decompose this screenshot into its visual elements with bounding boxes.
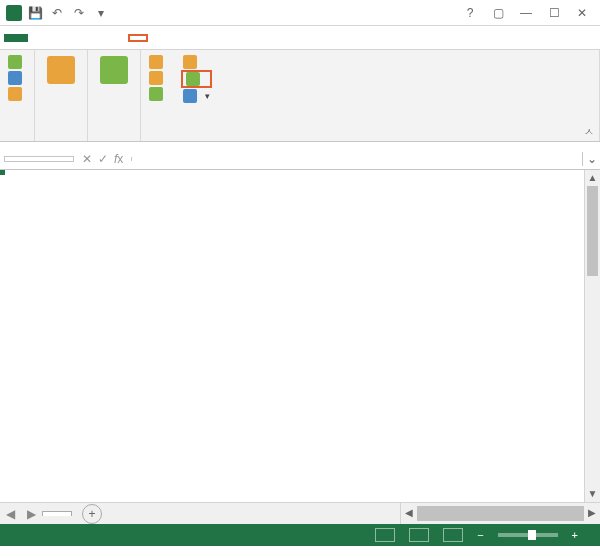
tab-data[interactable] — [108, 34, 128, 42]
scroll-up-icon[interactable]: ▲ — [585, 170, 600, 186]
protect-sheet-button[interactable] — [147, 54, 169, 70]
allow-users-edit-button[interactable] — [181, 70, 212, 88]
formula-expand-icon[interactable]: ⌄ — [582, 152, 600, 166]
page-break-view-button[interactable] — [443, 528, 463, 542]
close-button[interactable]: ✕ — [572, 6, 592, 20]
zoom-in-button[interactable]: + — [572, 529, 578, 541]
spell-check-button[interactable] — [6, 54, 28, 70]
tab-formula[interactable] — [88, 34, 108, 42]
zoom-out-button[interactable]: − — [477, 529, 483, 541]
tab-addin[interactable] — [168, 34, 188, 42]
minimize-button[interactable]: — — [516, 6, 536, 20]
tab-insert[interactable] — [48, 34, 68, 42]
save-button[interactable]: 💾 — [26, 4, 44, 22]
title-bar: 💾 ↶ ↷ ▾ ? ▢ — ☐ ✕ — [0, 0, 600, 26]
group-label-proofing — [6, 137, 28, 139]
formula-input[interactable] — [131, 157, 582, 161]
quick-access-toolbar: 💾 ↶ ↷ ▾ — [0, 4, 116, 22]
group-label-language — [41, 137, 81, 139]
new-comment-button[interactable] — [94, 54, 134, 88]
page-layout-view-button[interactable] — [409, 528, 429, 542]
group-changes: ▾ — [141, 50, 600, 141]
zoom-slider[interactable] — [498, 533, 558, 537]
protect-share-button[interactable] — [181, 54, 212, 70]
formula-bar: ✕ ✓ fx ⌄ — [0, 148, 600, 170]
share-workbook-button[interactable] — [147, 86, 169, 102]
maximize-button[interactable]: ☐ — [544, 6, 564, 20]
help-button[interactable]: ? — [460, 6, 480, 20]
ribbon-options-button[interactable]: ▢ — [488, 6, 508, 20]
add-sheet-button[interactable]: + — [82, 504, 102, 524]
sheet-nav-next-icon[interactable]: ▶ — [21, 507, 42, 521]
vertical-scrollbar[interactable]: ▲ ▼ — [584, 170, 600, 502]
scroll-right-icon[interactable]: ▶ — [584, 503, 600, 524]
scroll-thumb[interactable] — [587, 186, 598, 276]
name-box[interactable] — [4, 156, 74, 162]
sheet-tab[interactable] — [42, 511, 72, 516]
worksheet-grid[interactable]: ▲ ▼ — [0, 170, 600, 502]
tab-review[interactable] — [128, 34, 148, 42]
track-changes-button[interactable]: ▾ — [181, 88, 212, 104]
redo-button[interactable]: ↷ — [70, 4, 88, 22]
translate-button[interactable] — [41, 54, 81, 88]
cancel-icon[interactable]: ✕ — [82, 152, 92, 166]
scroll-left-icon[interactable]: ◀ — [401, 503, 417, 524]
sheet-nav-prev-icon[interactable]: ◀ — [0, 507, 21, 521]
excel-icon — [6, 5, 22, 21]
tab-layout[interactable] — [68, 34, 88, 42]
thesaurus-button[interactable] — [6, 86, 28, 102]
ribbon-collapse-icon[interactable]: ㅅ — [584, 125, 594, 139]
group-proofing — [0, 50, 35, 141]
normal-view-button[interactable] — [375, 528, 395, 542]
window-controls: ? ▢ — ☐ ✕ — [452, 6, 600, 20]
tab-file[interactable] — [4, 34, 28, 42]
group-language — [35, 50, 88, 141]
undo-button[interactable]: ↶ — [48, 4, 66, 22]
group-comments — [88, 50, 141, 141]
fx-icon[interactable]: fx — [114, 152, 123, 166]
ribbon-tabs — [0, 26, 600, 50]
scroll-thumb[interactable] — [417, 506, 584, 521]
qat-dropdown-icon[interactable]: ▾ — [92, 4, 110, 22]
tab-team[interactable] — [188, 34, 208, 42]
sheet-tab-row: ◀ ▶ + ◀ ▶ — [0, 502, 600, 524]
horizontal-scrollbar[interactable]: ◀ ▶ — [400, 503, 600, 524]
selection-border — [0, 170, 4, 174]
enter-icon[interactable]: ✓ — [98, 152, 108, 166]
group-label-changes — [147, 137, 593, 139]
scroll-down-icon[interactable]: ▼ — [585, 486, 600, 502]
status-bar: − + — [0, 524, 600, 546]
tab-view[interactable] — [148, 34, 168, 42]
group-label-comments — [94, 137, 134, 139]
tab-home[interactable] — [28, 34, 48, 42]
protect-workbook-button[interactable] — [147, 70, 169, 86]
research-button[interactable] — [6, 70, 28, 86]
ribbon: ▾ ㅅ — [0, 50, 600, 142]
